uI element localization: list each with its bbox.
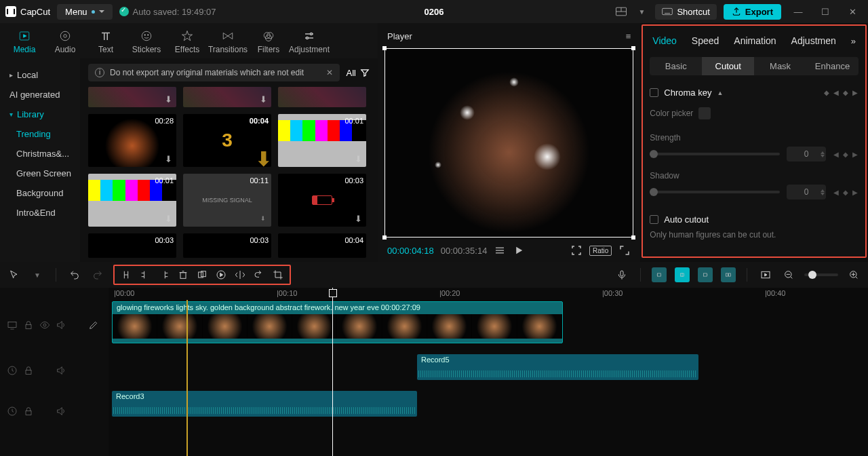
- shadow-value[interactable]: 0: [787, 185, 826, 200]
- menu-button[interactable]: Menu: [57, 4, 113, 20]
- tab-adjustment[interactable]: Adjustmen: [791, 35, 836, 46]
- download-icon[interactable]: ⬇: [353, 153, 363, 164]
- resize-handle[interactable]: [382, 235, 387, 240]
- subtab-basic[interactable]: Basic: [650, 57, 702, 75]
- sidenav-background[interactable]: Background: [0, 183, 80, 203]
- resize-handle[interactable]: [631, 235, 635, 240]
- undo-button[interactable]: [67, 267, 82, 282]
- tab-stickers[interactable]: Stickers: [126, 26, 167, 58]
- pointer-options-icon[interactable]: ▼: [30, 267, 45, 282]
- library-thumb[interactable]: 00:03: [88, 233, 176, 258]
- playhead[interactable]: [332, 288, 333, 456]
- tabs-more-icon[interactable]: »: [851, 36, 856, 46]
- download-icon[interactable]: ⬇: [258, 213, 269, 224]
- library-thumb[interactable]: MISSING SIGNAL00:11⬇: [183, 174, 271, 227]
- player-menu-icon[interactable]: ≡: [626, 31, 631, 41]
- reverse-tool[interactable]: [214, 267, 229, 282]
- download-icon[interactable]: ⬇: [163, 213, 174, 224]
- sidenav-greenscreen[interactable]: Green Screen: [0, 164, 80, 183]
- eye-icon[interactable]: [39, 320, 50, 330]
- trim-left-tool[interactable]: [138, 267, 153, 282]
- speaker-icon[interactable]: [56, 320, 66, 330]
- download-icon[interactable]: ⬇: [353, 213, 363, 224]
- lock-icon[interactable]: [23, 365, 34, 376]
- delete-tool[interactable]: [176, 267, 191, 282]
- tab-transitions[interactable]: Transitions: [208, 26, 248, 58]
- speaker-icon[interactable]: [56, 365, 66, 376]
- rotate-tool[interactable]: [252, 267, 267, 282]
- snap-toggle-split[interactable]: [721, 267, 736, 282]
- close-button[interactable]: ✕: [848, 7, 857, 16]
- export-button[interactable]: Export: [724, 4, 781, 20]
- sidenav-ai[interactable]: AI generated: [0, 85, 80, 104]
- download-icon[interactable]: ⬇: [258, 153, 269, 164]
- preview-mode-icon[interactable]: [758, 267, 773, 282]
- clock-icon[interactable]: [7, 365, 18, 376]
- subtab-enhance[interactable]: Enhance: [806, 57, 859, 75]
- split-tool[interactable]: [119, 267, 134, 282]
- fullscreen-icon[interactable]: [618, 244, 631, 256]
- trim-right-tool[interactable]: [157, 267, 172, 282]
- chroma-key-checkbox[interactable]: [650, 88, 658, 97]
- library-thumb[interactable]: ⬇: [88, 87, 176, 107]
- keyframe-nav[interactable]: ◀◆▶: [833, 189, 859, 195]
- keyframe-nav[interactable]: ◆◀◆▶: [823, 90, 859, 96]
- sidenav-local[interactable]: ▸Local: [0, 65, 80, 85]
- video-clip[interactable]: glowing fireworks lights sky. golden bac…: [112, 301, 563, 343]
- subtab-mask[interactable]: Mask: [754, 57, 806, 75]
- mirror-tool[interactable]: [233, 267, 248, 282]
- library-thumb[interactable]: 00:04: [278, 233, 366, 258]
- library-thumb[interactable]: 00:28⬇: [88, 114, 176, 167]
- snap-toggle-left[interactable]: [652, 267, 667, 282]
- sidenav-christmas[interactable]: Christmas&...: [0, 144, 80, 164]
- pointer-tool[interactable]: [7, 267, 22, 282]
- sidenav-library[interactable]: ▾Library: [0, 104, 80, 124]
- library-thumb[interactable]: ⬇: [183, 87, 271, 107]
- download-icon[interactable]: ⬇: [163, 153, 174, 164]
- screen-icon[interactable]: [7, 320, 18, 330]
- zoom-slider[interactable]: [804, 273, 838, 276]
- ratio-button[interactable]: Ratio: [589, 246, 612, 256]
- chevron-up-icon[interactable]: ▲: [717, 90, 723, 96]
- speaker-icon[interactable]: [56, 406, 66, 417]
- timeline-marker[interactable]: [186, 300, 188, 456]
- redo-button[interactable]: [90, 267, 105, 282]
- tab-media[interactable]: Media: [4, 26, 45, 58]
- zoom-in-button[interactable]: [846, 267, 861, 282]
- tab-audio[interactable]: Audio: [45, 26, 85, 58]
- resize-handle[interactable]: [631, 46, 635, 50]
- player-preview[interactable]: [384, 48, 633, 238]
- color-picker-swatch[interactable]: [698, 107, 711, 119]
- audio-clip-record3[interactable]: Record3: [112, 391, 417, 417]
- library-thumb[interactable]: [278, 87, 366, 107]
- library-thumb[interactable]: 00:03⬇: [278, 174, 366, 227]
- sidenav-introend[interactable]: Intro&End: [0, 203, 80, 223]
- list-icon[interactable]: [494, 244, 506, 256]
- tab-speed[interactable]: Speed: [692, 35, 719, 46]
- resize-handle[interactable]: [382, 46, 387, 50]
- lock-icon[interactable]: [23, 320, 34, 330]
- library-thumb[interactable]: 00:03: [183, 233, 271, 258]
- tab-video[interactable]: Video: [652, 35, 677, 46]
- shadow-slider[interactable]: [650, 191, 780, 193]
- crop-tool[interactable]: [271, 267, 285, 282]
- mic-icon[interactable]: [614, 267, 629, 282]
- maximize-button[interactable]: ☐: [821, 7, 830, 16]
- minimize-button[interactable]: —: [793, 7, 803, 16]
- download-icon[interactable]: ⬇: [163, 94, 174, 104]
- shortcut-button[interactable]: Shortcut: [655, 4, 716, 20]
- timeline-ruler[interactable]: |00:00 |00:10 |00:20 |00:30 |00:40: [108, 288, 868, 300]
- keyframe-nav[interactable]: ◀◆▶: [833, 151, 859, 157]
- library-thumb[interactable]: 00:01⬇: [88, 174, 176, 227]
- strength-value[interactable]: 0: [787, 147, 826, 162]
- chevron-down-icon[interactable]: ▼: [635, 5, 648, 18]
- zoom-out-button[interactable]: [781, 267, 796, 282]
- layout-icon[interactable]: [614, 5, 628, 18]
- tab-animation[interactable]: Animation: [734, 35, 776, 46]
- library-thumb[interactable]: 00:01⬇: [278, 114, 366, 167]
- library-thumb[interactable]: 300:04⬇: [183, 114, 271, 167]
- focus-icon[interactable]: [570, 244, 583, 256]
- warning-close-button[interactable]: ✕: [326, 68, 333, 77]
- clock-icon[interactable]: [7, 406, 18, 417]
- tab-adjustment[interactable]: Adjustment: [289, 26, 330, 58]
